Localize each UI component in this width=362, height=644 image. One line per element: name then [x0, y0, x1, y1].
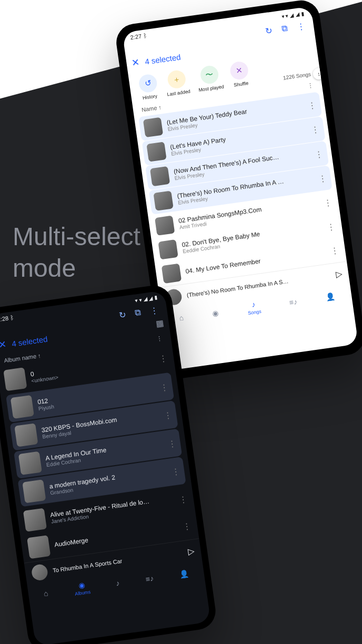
- album-art: [14, 423, 38, 447]
- overflow-icon[interactable]: ⋮: [307, 82, 314, 89]
- chip-label: History: [142, 93, 157, 100]
- overflow-icon[interactable]: ⋮: [296, 21, 306, 32]
- trend-icon: 〜: [199, 65, 219, 85]
- battery-icon: ▮: [154, 294, 158, 300]
- album-art: [153, 190, 173, 210]
- wifi-icon: ▾: [281, 13, 284, 19]
- wifi-icon: ▾: [138, 296, 142, 303]
- album-art: [146, 142, 166, 162]
- wifi-icon: ▾: [134, 297, 137, 304]
- album-art: [11, 395, 34, 419]
- status-time: 2:28: [0, 315, 9, 323]
- nav-playlists[interactable]: ≡♪: [289, 297, 298, 307]
- add-playlist-icon[interactable]: ⧉: [134, 307, 142, 318]
- artist-icon: 👤: [179, 569, 189, 579]
- playlist-icon: ≡♪: [145, 574, 154, 583]
- history-icon: ↺: [138, 73, 158, 93]
- close-selection-icon[interactable]: ✕: [0, 339, 7, 351]
- row-overflow-icon[interactable]: ⋮: [158, 353, 168, 364]
- signal-icon: ◢: [148, 295, 153, 301]
- chip-most-played[interactable]: 〜 Most played: [196, 64, 225, 93]
- row-overflow-icon[interactable]: ⋮: [314, 148, 324, 159]
- playlist-icon: ≡♪: [289, 297, 298, 307]
- album-art: [23, 508, 47, 532]
- disc-icon: ◉: [78, 580, 85, 590]
- page-heading: Multi-selectmode: [13, 221, 140, 284]
- play-icon[interactable]: ▷: [187, 546, 195, 556]
- bluetooth-icon: ᛒ: [9, 314, 14, 321]
- nav-albums[interactable]: ◉Albums: [73, 580, 91, 597]
- album-art: [150, 166, 170, 186]
- chip-label: Last added: [167, 89, 191, 97]
- row-overflow-icon[interactable]: ⋮: [159, 381, 168, 393]
- row-overflow-icon[interactable]: ⋮: [323, 197, 333, 208]
- close-selection-icon[interactable]: ✕: [131, 56, 140, 69]
- grid-view-icon[interactable]: ▦: [155, 317, 164, 328]
- nav-songs[interactable]: ♪Songs: [246, 299, 262, 316]
- nav-artists[interactable]: 👤: [325, 292, 335, 301]
- bluetooth-icon: ᛒ: [143, 32, 147, 39]
- row-overflow-icon[interactable]: ⋮: [326, 221, 336, 232]
- nav-playlists[interactable]: ≡♪: [145, 574, 154, 583]
- album-art: [3, 367, 27, 391]
- nav-songs[interactable]: ♪: [115, 579, 120, 588]
- nav-artists[interactable]: 👤: [179, 569, 189, 579]
- chip-label: Shuffle: [234, 80, 249, 88]
- home-icon: ⌂: [178, 313, 184, 322]
- row-overflow-icon[interactable]: ⋮: [330, 245, 339, 256]
- battery-icon: ▮: [301, 10, 305, 16]
- signal-icon: ◢: [143, 296, 147, 302]
- nav-albums[interactable]: ◉: [212, 308, 219, 318]
- row-overflow-icon[interactable]: ⋮: [167, 438, 176, 449]
- row-overflow-icon[interactable]: ⋮: [178, 494, 187, 505]
- row-overflow-icon[interactable]: ⋮: [171, 466, 180, 477]
- artist-icon: 👤: [325, 292, 335, 301]
- row-overflow-icon[interactable]: ⋮: [307, 99, 317, 110]
- row-overflow-icon[interactable]: ⋮: [182, 521, 192, 532]
- chip-last-added[interactable]: ＋ Last added: [164, 69, 191, 97]
- note-icon: ♪: [115, 579, 120, 588]
- refresh-icon[interactable]: ↻: [118, 309, 127, 320]
- row-overflow-icon[interactable]: ⋮: [310, 124, 320, 135]
- note-icon: ♪: [251, 300, 256, 309]
- row-overflow-icon[interactable]: ⋮: [317, 173, 327, 184]
- nav-label: Songs: [248, 309, 262, 316]
- signal-icon: ◢: [289, 12, 294, 18]
- wifi-icon: ▾: [285, 13, 288, 19]
- album-art: [27, 535, 51, 559]
- nav-home[interactable]: ⌂: [178, 313, 184, 322]
- album-art: [18, 451, 42, 475]
- chip-history[interactable]: ↺ History: [138, 73, 159, 100]
- add-playlist-icon[interactable]: ⧉: [281, 24, 288, 34]
- refresh-icon[interactable]: ↻: [265, 26, 273, 37]
- nav-home[interactable]: ⌂: [43, 589, 49, 598]
- sort-label[interactable]: Album name ↑: [4, 352, 41, 364]
- nav-label: Albums: [75, 589, 91, 597]
- plus-icon: ＋: [167, 69, 187, 89]
- album-art: [155, 215, 175, 235]
- album-art: [158, 239, 178, 259]
- overflow-icon[interactable]: ⋮: [149, 305, 159, 316]
- album-art: [143, 117, 163, 137]
- status-time: 2:27: [130, 33, 142, 41]
- disc-icon: ◉: [212, 308, 219, 318]
- signal-icon: ◢: [295, 11, 300, 17]
- overflow-icon[interactable]: ⋮: [156, 335, 163, 342]
- sort-label[interactable]: Name ↑: [141, 104, 162, 113]
- album-art: [22, 479, 46, 503]
- now-playing-art: [31, 564, 48, 581]
- shuffle-icon: ✕: [229, 61, 249, 80]
- home-icon: ⌂: [43, 589, 49, 598]
- album-art: [162, 264, 182, 284]
- play-icon[interactable]: ▷: [335, 268, 343, 279]
- chip-shuffle[interactable]: ✕ Shuffle: [229, 61, 250, 88]
- row-overflow-icon[interactable]: ⋮: [163, 410, 173, 421]
